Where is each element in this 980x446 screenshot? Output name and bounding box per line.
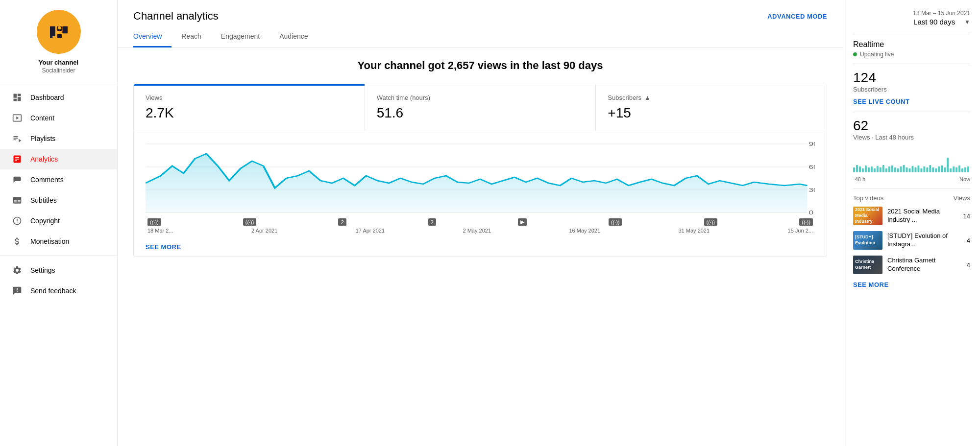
svg-rect-3	[62, 26, 68, 34]
tab-overview[interactable]: Overview	[133, 26, 172, 47]
sidebar-item-label: Subtitles	[30, 196, 57, 204]
svg-rect-24	[882, 165, 884, 172]
sidebar-nav: Dashboard Content Playlists Analytics	[0, 87, 117, 301]
svg-rect-38	[923, 166, 925, 172]
svg-rect-49	[956, 167, 957, 172]
sidebar-item-label: Copyright	[30, 217, 60, 225]
top-videos-see-more-button[interactable]: SEE MORE	[853, 281, 889, 288]
sidebar-item-content[interactable]: Content	[0, 108, 117, 128]
svg-rect-5	[52, 36, 55, 39]
realtime-views-count: 62	[853, 118, 970, 134]
stat-card-subscribers[interactable]: Subscribers ▲ +15	[596, 84, 827, 131]
views-col-label: Views	[954, 194, 970, 202]
sidebar-item-label: Content	[30, 114, 54, 122]
sidebar-item-analytics[interactable]: Analytics	[0, 149, 117, 169]
copyright-icon	[12, 215, 23, 226]
analytics-icon	[12, 154, 23, 164]
chart-date-4: 2 May 2021	[463, 228, 491, 234]
see-live-count-button[interactable]: SEE LIVE COUNT	[853, 98, 909, 105]
tab-audience[interactable]: Audience	[270, 26, 318, 47]
sidebar-item-label: Dashboard	[30, 94, 64, 101]
svg-rect-34	[912, 166, 914, 172]
chart-marker-radio3: ((·))	[609, 218, 622, 226]
tab-engagement[interactable]: Engagement	[211, 26, 270, 47]
svg-rect-28	[894, 167, 896, 172]
video-thumb-1: 2021 Social Media Industry	[853, 207, 882, 225]
chart-marker-2b: 2	[428, 218, 436, 226]
svg-rect-31	[903, 165, 905, 172]
mini-chart	[853, 148, 970, 172]
monetisation-icon	[12, 236, 23, 247]
svg-rect-14	[853, 167, 855, 172]
stat-card-watch-time[interactable]: Watch time (hours) 51.6	[365, 84, 596, 131]
tab-reach[interactable]: Reach	[172, 26, 211, 47]
svg-rect-36	[917, 165, 919, 172]
svg-rect-20	[871, 166, 873, 172]
svg-rect-47	[950, 168, 952, 172]
svg-rect-39	[926, 167, 928, 172]
comments-icon	[12, 174, 23, 185]
date-range-wrapper[interactable]: Last 90 days Last 28 days Last 7 days ▼	[913, 18, 970, 26]
chart-area: 90 60 30 0	[134, 131, 827, 237]
trend-up-icon: ▲	[644, 94, 651, 101]
svg-rect-30	[900, 166, 902, 172]
chart-date-6: 31 May 2021	[679, 228, 710, 234]
watch-time-label: Watch time (hours)	[377, 94, 584, 101]
chart-marker-radio2: ((·))	[243, 218, 257, 226]
svg-text:60: 60	[809, 164, 815, 170]
chart-date-2: 2 Apr 2021	[251, 228, 277, 234]
svg-point-2	[58, 26, 61, 30]
video-thumb-label-2: [STUDY] Evolution	[853, 231, 882, 250]
channel-name: Your channel	[39, 59, 78, 66]
svg-rect-33	[909, 168, 911, 172]
views-value: 2.7K	[146, 105, 353, 121]
date-range-select[interactable]: Last 90 days Last 28 days Last 7 days	[913, 18, 963, 26]
right-panel: 18 Mar – 15 Jun 2021 Last 90 days Last 2…	[843, 0, 980, 446]
chart-marker-play: ▶	[518, 218, 527, 226]
svg-text:30: 30	[809, 187, 815, 193]
sidebar-item-monetisation[interactable]: Monetisation	[0, 231, 117, 252]
video-title-3: Christina Garnett Conference	[887, 257, 962, 273]
realtime-status-label: Updating live	[860, 51, 894, 58]
sidebar-item-playlists[interactable]: Playlists	[0, 128, 117, 149]
video-thumb-label-3: Christina Garnett	[853, 256, 882, 274]
feedback-icon	[12, 285, 23, 296]
stat-card-views[interactable]: Views 2.7K	[134, 84, 365, 131]
sidebar: Your channel Socialinsider Dashboard Con…	[0, 0, 118, 446]
top-video-item-2[interactable]: [STUDY] Evolution [STUDY] Evolution of I…	[853, 231, 970, 250]
advanced-mode-button[interactable]: ADVANCED MODE	[767, 13, 827, 20]
realtime-status: Updating live	[853, 51, 970, 58]
svg-rect-23	[880, 167, 882, 172]
svg-rect-22	[877, 166, 879, 172]
sidebar-item-send-feedback[interactable]: Send feedback	[0, 281, 117, 301]
chart-marker-radio1: ((·))	[147, 218, 161, 226]
svg-rect-18	[865, 165, 867, 172]
sidebar-item-comments[interactable]: Comments	[0, 169, 117, 190]
svg-rect-44	[941, 165, 943, 172]
svg-rect-46	[947, 158, 949, 172]
svg-rect-4	[57, 34, 61, 38]
realtime-views-label: Views · Last 48 hours	[853, 134, 970, 141]
svg-rect-41	[932, 167, 934, 172]
sidebar-item-dashboard[interactable]: Dashboard	[0, 87, 117, 108]
svg-rect-37	[920, 168, 922, 172]
chart-marker-radio5: ((·))	[799, 218, 813, 226]
avatar	[37, 10, 81, 54]
channel-handle: Socialinsider	[42, 67, 75, 74]
sidebar-item-settings[interactable]: Settings	[0, 260, 117, 281]
top-video-item-3[interactable]: Christina Garnett Christina Garnett Conf…	[853, 256, 970, 274]
svg-rect-48	[953, 166, 955, 172]
svg-rect-35	[914, 167, 916, 172]
video-views-2: 4	[967, 237, 970, 244]
svg-rect-29	[897, 168, 899, 172]
sidebar-item-subtitles[interactable]: Subtitles	[0, 190, 117, 211]
svg-rect-19	[868, 167, 870, 172]
see-more-button[interactable]: SEE MORE	[134, 237, 193, 257]
main-content: Channel analytics ADVANCED MODE Overview…	[118, 0, 843, 446]
svg-rect-25	[885, 168, 887, 172]
subscribers-value: +15	[608, 105, 815, 121]
sidebar-item-copyright[interactable]: Copyright	[0, 211, 117, 231]
realtime-subscribers-count: 124	[853, 70, 970, 86]
top-video-item-1[interactable]: 2021 Social Media Industry 2021 Social M…	[853, 207, 970, 225]
realtime-subscribers-section: 124 Subscribers SEE LIVE COUNT	[853, 70, 970, 106]
